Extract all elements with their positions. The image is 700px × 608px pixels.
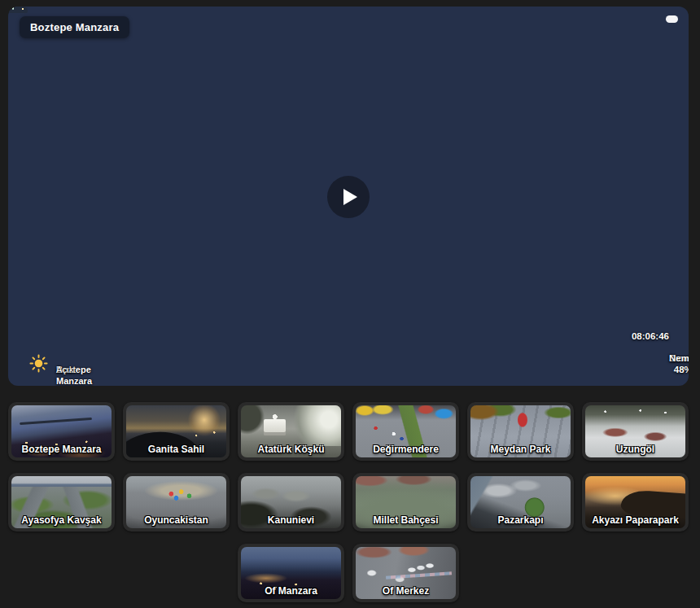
camera-thumb-of-manzara[interactable]: Of Manzara [238, 544, 344, 602]
weather-condition: Açık [56, 364, 73, 375]
camera-thumb-image [126, 476, 226, 528]
camera-thumb-image [356, 547, 456, 599]
camera-thumb-meydan-park[interactable]: Meydan Park [467, 402, 574, 461]
video-player[interactable]: Boztepe Manzara Boztepe Manzara Açık 08:… [8, 7, 689, 386]
camera-thumb-degirmendere[interactable]: Değirmendere [352, 402, 459, 461]
humidity-label: Nem: 48% [669, 352, 689, 375]
camera-grid-row: Of Manzara Of Merkez [8, 544, 689, 602]
camera-grid-row: Boztepe Manzara Ganita Sahil Atatürk Köş… [8, 402, 689, 461]
camera-thumb-image [585, 405, 685, 457]
camera-grid: Boztepe Manzara Ganita Sahil Atatürk Köş… [8, 402, 689, 602]
camera-thumb-image [241, 405, 341, 457]
camera-thumb-ayasofya-kavsak[interactable]: Ayasofya Kavşak [8, 473, 115, 531]
pill-icon[interactable] [666, 15, 678, 23]
camera-thumb-image [241, 476, 341, 528]
camera-title-badge: Boztepe Manzara [20, 16, 129, 38]
camera-thumb-image [11, 405, 112, 457]
camera-thumb-oyuncakistan[interactable]: Oyuncakistan [123, 473, 230, 531]
camera-thumb-image [356, 405, 456, 457]
camera-thumb-image [470, 476, 571, 528]
weather-overlay: Boztepe Manzara Açık [29, 354, 56, 373]
camera-thumb-image [241, 547, 341, 599]
camera-thumb-of-merkez[interactable]: Of Merkez [352, 544, 459, 602]
camera-thumb-ataturk-kosku[interactable]: Atatürk Köşkü [238, 402, 344, 461]
camera-thumb-uzungol[interactable]: Uzungöl [582, 402, 689, 461]
clock-time: 08:06:46 [632, 331, 669, 341]
camera-thumb-pazarkapi[interactable]: Pazarkapı [467, 473, 574, 531]
camera-thumb-image [126, 405, 226, 457]
camera-thumb-image [470, 405, 571, 457]
camera-thumb-image [11, 476, 112, 528]
camera-thumb-image [585, 476, 685, 528]
camera-grid-row: Ayasofya Kavşak Oyuncakistan Kanunievi M… [8, 473, 689, 531]
play-button[interactable] [327, 176, 370, 218]
camera-thumb-millet-bahcesi[interactable]: Millet Bahçesi [352, 473, 459, 531]
camera-thumb-image [356, 476, 456, 528]
ship-silhouette [8, 7, 28, 13]
camera-thumb-akyazi-paparapark[interactable]: Akyazı Paparapark [582, 473, 689, 531]
sun-icon [29, 354, 48, 373]
camera-thumb-boztepe-manzara[interactable]: Boztepe Manzara [8, 402, 115, 461]
camera-thumb-ganita-sahil[interactable]: Ganita Sahil [123, 402, 230, 461]
camera-thumb-kanunievi[interactable]: Kanunievi [238, 473, 344, 531]
